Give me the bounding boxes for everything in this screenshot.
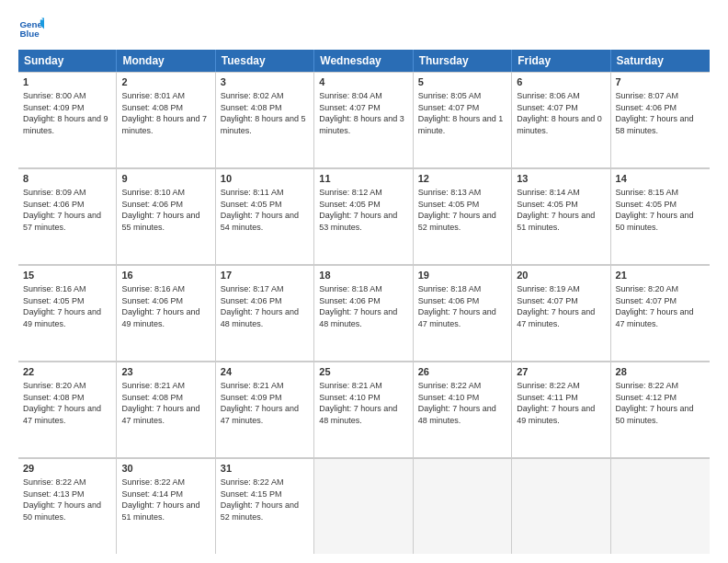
sunset-text: Sunset: 4:06 PM — [23, 200, 85, 209]
sunset-text: Sunset: 4:07 PM — [319, 103, 381, 112]
daylight-text: Daylight: 7 hours and 51 minutes. — [517, 211, 595, 232]
day-number: 18 — [319, 269, 407, 282]
sunrise-text: Sunrise: 8:11 AM — [221, 188, 284, 197]
daylight-text: Daylight: 7 hours and 55 minutes. — [121, 211, 199, 232]
day-number: 7 — [616, 75, 705, 89]
calendar-body: 1Sunrise: 8:00 AMSunset: 4:09 PMDaylight… — [18, 72, 710, 554]
daylight-text: Daylight: 7 hours and 47 minutes. — [121, 404, 199, 425]
sunset-text: Sunset: 4:07 PM — [517, 103, 578, 112]
sunset-text: Sunset: 4:10 PM — [319, 393, 381, 402]
sunrise-text: Sunrise: 8:16 AM — [23, 284, 86, 293]
day-number: 26 — [418, 365, 506, 379]
daylight-text: Daylight: 7 hours and 48 minutes. — [418, 404, 496, 425]
day-number: 15 — [23, 269, 111, 282]
sunrise-text: Sunrise: 8:22 AM — [23, 477, 86, 487]
sunrise-text: Sunrise: 8:19 AM — [517, 284, 580, 293]
sunset-text: Sunset: 4:10 PM — [418, 393, 480, 402]
sunset-text: Sunset: 4:05 PM — [221, 200, 282, 209]
sunrise-text: Sunrise: 8:20 AM — [616, 284, 679, 293]
daylight-text: Daylight: 7 hours and 52 minutes. — [221, 500, 299, 522]
sunrise-text: Sunrise: 8:01 AM — [121, 91, 185, 100]
daylight-text: Daylight: 7 hours and 48 minutes. — [319, 404, 397, 425]
sunset-text: Sunset: 4:06 PM — [319, 296, 381, 305]
day-number: 3 — [221, 75, 309, 89]
sunset-text: Sunset: 4:05 PM — [616, 200, 677, 209]
weekday-header: Sunday — [18, 50, 117, 72]
sunset-text: Sunset: 4:11 PM — [517, 393, 578, 402]
calendar-cell: 27Sunrise: 8:22 AMSunset: 4:11 PMDayligh… — [512, 362, 610, 457]
day-number: 2 — [121, 75, 210, 89]
daylight-text: Daylight: 7 hours and 52 minutes. — [418, 211, 496, 232]
calendar-cell: 18Sunrise: 8:18 AMSunset: 4:06 PMDayligh… — [314, 265, 413, 361]
sunrise-text: Sunrise: 8:16 AM — [121, 284, 185, 293]
sunset-text: Sunset: 4:06 PM — [121, 200, 183, 209]
calendar-cell: 24Sunrise: 8:21 AMSunset: 4:09 PMDayligh… — [216, 362, 314, 457]
day-number: 28 — [616, 365, 705, 379]
daylight-text: Daylight: 7 hours and 49 minutes. — [517, 404, 595, 425]
daylight-text: Daylight: 8 hours and 9 minutes. — [23, 114, 108, 135]
sunset-text: Sunset: 4:06 PM — [221, 296, 282, 305]
day-number: 20 — [517, 269, 605, 282]
day-number: 11 — [319, 172, 407, 186]
calendar-cell: 30Sunrise: 8:22 AMSunset: 4:14 PMDayligh… — [117, 458, 215, 554]
calendar-cell: 12Sunrise: 8:13 AMSunset: 4:05 PMDayligh… — [414, 168, 512, 264]
daylight-text: Daylight: 7 hours and 51 minutes. — [121, 500, 199, 522]
daylight-text: Daylight: 8 hours and 5 minutes. — [221, 114, 306, 135]
calendar-cell: 3Sunrise: 8:02 AMSunset: 4:08 PMDaylight… — [216, 72, 314, 167]
daylight-text: Daylight: 7 hours and 47 minutes. — [517, 307, 595, 328]
weekday-header: Monday — [117, 50, 215, 72]
calendar-row: 29Sunrise: 8:22 AMSunset: 4:13 PMDayligh… — [18, 458, 710, 554]
sunset-text: Sunset: 4:09 PM — [221, 393, 282, 402]
weekday-header: Thursday — [414, 50, 512, 72]
sunrise-text: Sunrise: 8:22 AM — [616, 381, 679, 390]
calendar-cell: 23Sunrise: 8:21 AMSunset: 4:08 PMDayligh… — [117, 362, 215, 457]
day-number: 10 — [221, 172, 309, 186]
daylight-text: Daylight: 7 hours and 53 minutes. — [319, 211, 397, 232]
daylight-text: Daylight: 8 hours and 7 minutes. — [121, 114, 207, 135]
sunset-text: Sunset: 4:06 PM — [418, 296, 480, 305]
calendar-cell — [512, 458, 610, 554]
daylight-text: Daylight: 7 hours and 49 minutes. — [23, 307, 101, 328]
sunset-text: Sunset: 4:08 PM — [121, 103, 183, 112]
sunrise-text: Sunrise: 8:13 AM — [418, 188, 482, 197]
calendar-cell: 1Sunrise: 8:00 AMSunset: 4:09 PMDaylight… — [18, 72, 117, 167]
calendar-row: 15Sunrise: 8:16 AMSunset: 4:05 PMDayligh… — [18, 265, 710, 362]
sunrise-text: Sunrise: 8:09 AM — [23, 188, 86, 197]
daylight-text: Daylight: 7 hours and 47 minutes. — [616, 307, 694, 328]
daylight-text: Daylight: 7 hours and 50 minutes. — [616, 211, 694, 232]
day-number: 1 — [23, 75, 111, 89]
day-number: 22 — [23, 365, 111, 379]
calendar-cell: 8Sunrise: 8:09 AMSunset: 4:06 PMDaylight… — [18, 168, 117, 264]
day-number: 9 — [121, 172, 210, 186]
calendar-cell: 28Sunrise: 8:22 AMSunset: 4:12 PMDayligh… — [611, 362, 710, 457]
sunrise-text: Sunrise: 8:00 AM — [23, 91, 86, 100]
daylight-text: Daylight: 7 hours and 50 minutes. — [616, 404, 694, 425]
daylight-text: Daylight: 7 hours and 54 minutes. — [221, 211, 299, 232]
weekday-header: Saturday — [611, 50, 710, 72]
sunset-text: Sunset: 4:08 PM — [121, 393, 183, 402]
sunset-text: Sunset: 4:07 PM — [517, 296, 578, 305]
sunrise-text: Sunrise: 8:18 AM — [319, 284, 382, 293]
calendar-cell: 20Sunrise: 8:19 AMSunset: 4:07 PMDayligh… — [512, 265, 610, 361]
calendar-cell: 6Sunrise: 8:06 AMSunset: 4:07 PMDaylight… — [512, 72, 610, 167]
sunrise-text: Sunrise: 8:21 AM — [319, 381, 382, 390]
daylight-text: Daylight: 7 hours and 58 minutes. — [616, 114, 694, 135]
calendar-cell: 4Sunrise: 8:04 AMSunset: 4:07 PMDaylight… — [314, 72, 413, 167]
sunset-text: Sunset: 4:05 PM — [517, 200, 578, 209]
calendar-cell: 16Sunrise: 8:16 AMSunset: 4:06 PMDayligh… — [117, 265, 215, 361]
logo-icon: General Blue — [18, 15, 44, 40]
svg-text:Blue: Blue — [19, 29, 40, 39]
calendar-cell: 22Sunrise: 8:20 AMSunset: 4:08 PMDayligh… — [18, 362, 117, 457]
day-number: 4 — [319, 75, 407, 89]
day-number: 25 — [319, 365, 407, 379]
calendar-cell — [314, 458, 413, 554]
sunrise-text: Sunrise: 8:22 AM — [221, 477, 284, 487]
daylight-text: Daylight: 7 hours and 47 minutes. — [221, 404, 299, 425]
sunset-text: Sunset: 4:07 PM — [418, 103, 480, 112]
sunset-text: Sunset: 4:06 PM — [121, 296, 183, 305]
day-number: 24 — [221, 365, 309, 379]
calendar-cell: 21Sunrise: 8:20 AMSunset: 4:07 PMDayligh… — [611, 265, 710, 361]
sunset-text: Sunset: 4:15 PM — [221, 489, 282, 499]
daylight-text: Daylight: 7 hours and 48 minutes. — [221, 307, 299, 328]
weekday-header: Friday — [512, 50, 610, 72]
